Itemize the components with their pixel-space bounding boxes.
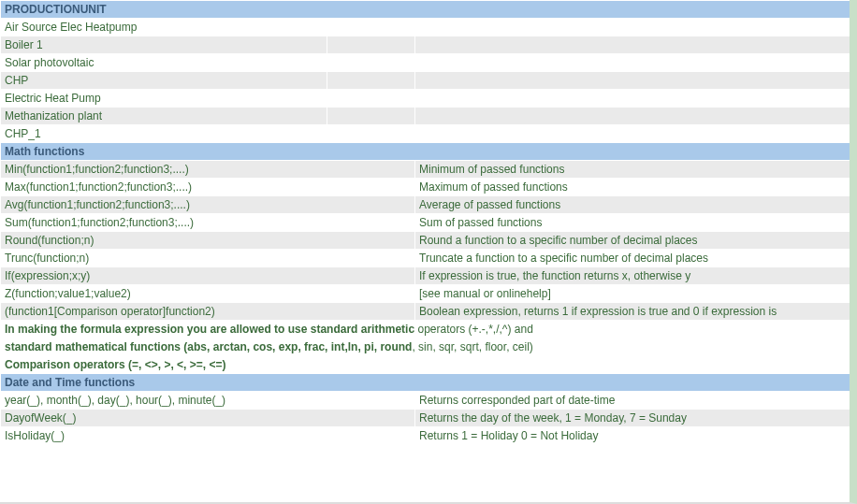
function-signature: (function1[Comparison operator]function2… (1, 303, 415, 321)
function-signature: Sum(function1;function2;function3;....) (1, 214, 415, 232)
function-signature: Z(function;value1;value2) (1, 285, 415, 303)
function-signature: DayofWeek(_) (1, 410, 415, 427)
reference-table: PRODUCTIONUNITAir Source Elec HeatpumpBo… (0, 0, 850, 445)
empty (415, 125, 850, 143)
function-signature: year(_), month(_), day(_), hour(_), minu… (1, 392, 415, 410)
function-signature: IsHoliday(_) (1, 427, 415, 445)
unit-name: Solar photovoltaic (1, 54, 327, 72)
empty (327, 72, 415, 90)
empty (327, 125, 415, 143)
note-line: Comparison operators (=, <>, >, <, >=, <… (1, 356, 850, 374)
function-signature: Max(function1;function2;function3;....) (1, 179, 415, 196)
unit-name: Boiler 1 (1, 36, 327, 54)
unit-name: CHP (1, 72, 327, 90)
function-description: Boolean expression, returns 1 if express… (415, 303, 850, 321)
function-signature: Trunc(function;n) (1, 250, 415, 267)
function-description: Truncate a function to a specific number… (415, 250, 850, 267)
function-description: Sum of passed functions (415, 214, 850, 232)
function-description: Maximum of passed functions (415, 179, 850, 196)
function-description: [see manual or onlinehelp] (415, 285, 850, 303)
function-description: Returns 1 = Holiday 0 = Not Holiday (415, 427, 850, 445)
function-description: Average of passed functions (415, 196, 850, 214)
function-description: Minimum of passed functions (415, 161, 850, 179)
empty (415, 90, 850, 108)
section-header-productionunit: PRODUCTIONUNIT (1, 1, 850, 19)
unit-name: Methanization plant (1, 108, 327, 125)
function-signature: If(expression;x;y) (1, 267, 415, 285)
function-description: Returns corresponded part of date-time (415, 392, 850, 410)
empty (415, 54, 850, 72)
section-header-datetime: Date and Time functions (1, 374, 850, 392)
empty (327, 108, 415, 125)
empty (327, 54, 415, 72)
help-panel: PRODUCTIONUNITAir Source Elec HeatpumpBo… (0, 0, 857, 504)
function-description: Round a function to a specific number of… (415, 232, 850, 250)
function-signature: Avg(function1;function2;function3;....) (1, 196, 415, 214)
function-signature: Min(function1;function2;function3;....) (1, 161, 415, 179)
note-line: standard mathematical functions (abs, ar… (1, 338, 850, 356)
function-signature: Round(function;n) (1, 232, 415, 250)
function-description: If expression is true, the function retu… (415, 267, 850, 285)
empty (327, 90, 415, 108)
section-header-math: Math functions (1, 143, 850, 161)
empty (415, 36, 850, 54)
empty (327, 19, 415, 36)
empty (415, 72, 850, 90)
unit-name: Electric Heat Pump (1, 90, 327, 108)
note-line: In making the formula expression you are… (1, 321, 850, 338)
empty (415, 19, 850, 36)
scroll-area[interactable]: PRODUCTIONUNITAir Source Elec HeatpumpBo… (0, 0, 850, 502)
unit-name: CHP_1 (1, 125, 327, 143)
empty (415, 108, 850, 125)
unit-name: Air Source Elec Heatpump (1, 19, 327, 36)
empty (327, 36, 415, 54)
function-description: Returns the day of the week, 1 = Monday,… (415, 410, 850, 427)
